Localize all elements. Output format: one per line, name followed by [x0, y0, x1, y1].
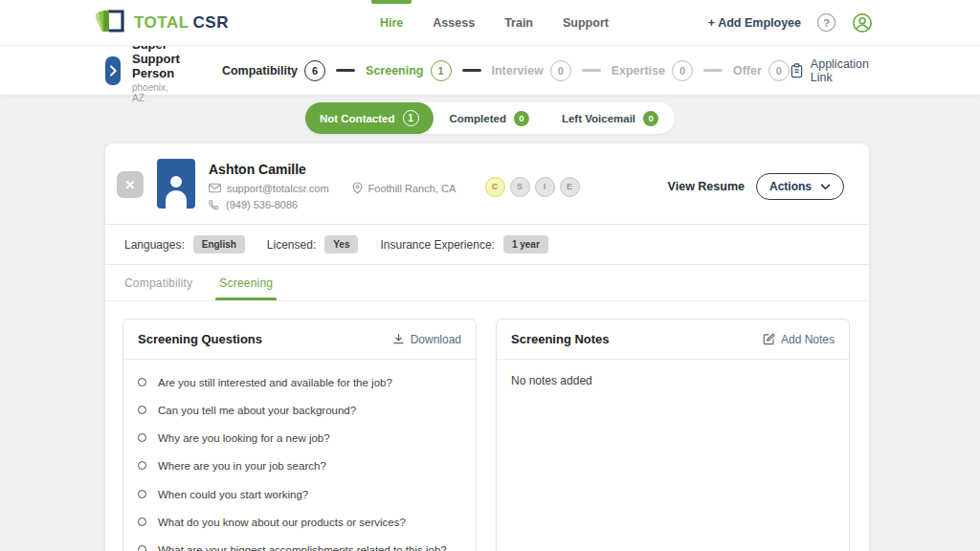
candidate-email: support@totalcsr.com [209, 183, 329, 194]
tab-label: Compatibility [124, 276, 192, 290]
question-text: When could you start working? [158, 487, 308, 502]
person-icon [162, 170, 190, 209]
step-expertise[interactable]: Expertise 0 [612, 60, 693, 81]
actions-button[interactable]: Actions [756, 173, 844, 200]
panel-title: Screening Notes [511, 332, 610, 346]
status-tab-not-contacted[interactable]: Not Contacted 1 [305, 102, 434, 134]
question-text: Are you still interested and available f… [158, 375, 392, 390]
radio-icon [138, 406, 146, 414]
radio-icon [138, 378, 146, 386]
active-tab-indicator [215, 298, 277, 300]
candidate-email-text: support@totalcsr.com [227, 183, 329, 194]
step-compatibility[interactable]: Compatibility 6 [222, 60, 325, 81]
account-icon[interactable] [852, 12, 873, 33]
download-button[interactable]: Download [392, 333, 461, 346]
question-text: Where are you in your job search? [158, 458, 326, 474]
step-count: 6 [304, 60, 325, 81]
candidate-card: ✕ Ashton Camille [105, 143, 869, 551]
expand-button[interactable] [105, 56, 121, 85]
question-text: Why are you looking for a new job? [158, 430, 330, 446]
question-text: What do you know about our products or s… [158, 515, 406, 530]
actions-button-label: Actions [769, 180, 812, 193]
map-pin-icon [352, 182, 363, 194]
edit-icon [763, 333, 775, 345]
add-notes-button[interactable]: Add Notes [763, 333, 835, 346]
screening-question[interactable]: Are you still interested and available f… [138, 368, 461, 396]
position-info: Super Support Person phoenix, AZ [132, 37, 180, 103]
step-separator [462, 69, 481, 72]
screening-questions-list: Are you still interested and available f… [123, 360, 476, 551]
badge-expertise[interactable]: E [560, 177, 580, 197]
nav-label: Support [563, 16, 609, 30]
badge-interview[interactable]: I [535, 177, 555, 197]
candidate-contact-row: support@totalcsr.com Foothill Ranch, CA [209, 182, 456, 194]
screening-questions-panel: Screening Questions Download Are you sti… [122, 319, 477, 551]
screening-question[interactable]: Why are you looking for a new job? [138, 425, 461, 452]
attribute-chip-languages: English [193, 235, 245, 253]
nav-item-support[interactable]: Support [561, 0, 611, 46]
step-interview[interactable]: Interview 0 [492, 60, 571, 81]
screening-question[interactable]: What are your biggest accomplishments re… [138, 537, 461, 551]
step-label: Screening [366, 64, 423, 77]
attribute-chip-insurance-experience: 1 year [503, 235, 548, 253]
step-count: 1 [431, 60, 452, 81]
logo[interactable]: TOTALCSR [96, 7, 229, 39]
status-tab-label: Completed [450, 113, 506, 124]
phone-icon [209, 199, 220, 210]
attribute-label: Languages: [124, 238, 185, 252]
screening-question[interactable]: Can you tell me about your background? [138, 396, 461, 424]
screening-notes-empty-state: No notes added [497, 360, 849, 402]
nav-item-hire[interactable]: Hire [378, 0, 405, 46]
step-separator [336, 69, 355, 72]
nav-label: Hire [380, 16, 403, 30]
fanned-pages-icon [96, 7, 128, 39]
view-resume-link[interactable]: View Resume [668, 180, 745, 193]
badge-compatibility[interactable]: C [485, 177, 505, 197]
nav-item-train[interactable]: Train [502, 0, 535, 46]
panel-title: Screening Questions [138, 332, 262, 346]
candidate-location-text: Foothill Ranch, CA [368, 183, 457, 194]
step-separator [703, 69, 723, 72]
step-label: Offer [733, 64, 762, 77]
screening-question[interactable]: Where are you in your job search? [138, 452, 461, 480]
status-tab-label: Not Contacted [320, 113, 395, 124]
badge-screening[interactable]: S [510, 177, 530, 197]
active-nav-indicator [371, 0, 412, 4]
step-separator [582, 69, 601, 72]
candidate-info: Ashton Camille support@totalcsr.com [209, 162, 456, 210]
candidate-location: Foothill Ranch, CA [352, 182, 457, 194]
step-label: Expertise [612, 64, 665, 77]
attribute-chip-licensed: Yes [324, 235, 358, 253]
screening-question[interactable]: When could you start working? [138, 480, 461, 508]
radio-icon [138, 490, 146, 498]
candidate-phone: (949) 536-8086 [209, 199, 298, 210]
status-tab-completed[interactable]: Completed 0 [434, 102, 546, 134]
candidate-name: Ashton Camille [209, 162, 456, 177]
step-offer[interactable]: Offer 0 [733, 60, 790, 81]
top-header: TOTALCSR Hire Assess Train Support [0, 0, 980, 46]
status-tab-left-voicemail[interactable]: Left Voicemail 0 [546, 102, 675, 134]
status-tab-count: 1 [403, 110, 419, 126]
step-screening[interactable]: Screening 1 [366, 60, 451, 81]
candidate-tabs: Compatibility Screening [105, 265, 869, 301]
radio-icon [138, 433, 146, 442]
nav-item-assess[interactable]: Assess [431, 0, 477, 46]
candidate-phone-row: (949) 536-8086 [209, 199, 456, 210]
add-employee-button[interactable]: + Add Employee [708, 16, 801, 30]
help-icon[interactable]: ? [817, 13, 835, 32]
step-count: 0 [550, 60, 571, 81]
application-link[interactable]: Application Link [790, 57, 869, 84]
screening-notes-panel: Screening Notes Add Notes No notes added [496, 319, 850, 551]
candidate-actions-area: C S I E View Resume Actions [485, 173, 844, 200]
screening-question[interactable]: What do you know about our products or s… [138, 509, 461, 537]
close-icon[interactable]: ✕ [117, 171, 144, 198]
tab-screening[interactable]: Screening [219, 265, 273, 300]
download-icon [392, 333, 405, 345]
tab-compatibility[interactable]: Compatibility [124, 265, 192, 300]
chevron-down-icon [820, 184, 831, 190]
download-label: Download [411, 333, 461, 346]
avatar [157, 159, 195, 209]
stage-badges: C S I E [485, 177, 580, 197]
position-location: phoenix, AZ [132, 82, 180, 103]
pipeline-bar-inner: Super Support Person phoenix, AZ Compati… [0, 46, 980, 95]
